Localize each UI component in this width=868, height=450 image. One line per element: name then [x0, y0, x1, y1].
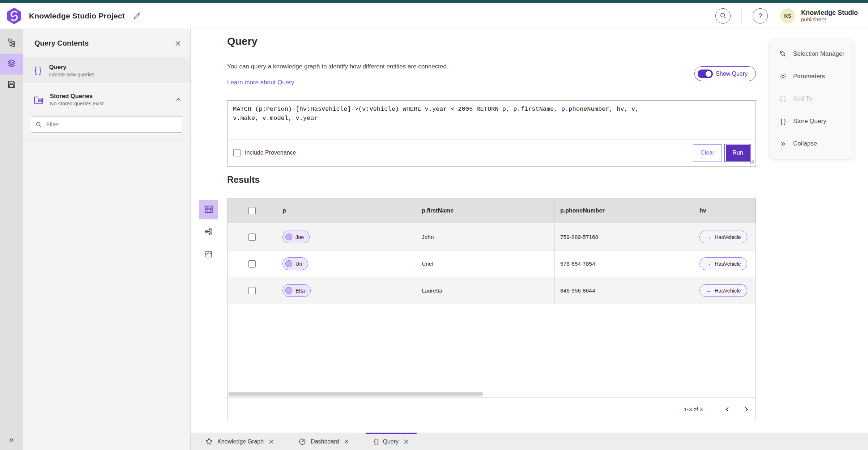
tab-query-active[interactable]: { } Query	[366, 433, 417, 450]
stored-queries-text: Stored Queries No stored queries exist	[50, 93, 175, 106]
braces-icon: { }	[34, 66, 41, 75]
relationship-chip[interactable]: → HasVehicle	[699, 284, 747, 297]
braces-icon: { }	[780, 117, 786, 125]
panel-item-query[interactable]: { } Query Create new queries	[23, 58, 190, 84]
rail-expand-button[interactable]: »	[0, 433, 23, 447]
tab-dashboard[interactable]: Dashboard	[290, 433, 357, 450]
query-description: You can query a knowledge graph to ident…	[227, 63, 448, 70]
next-page-button[interactable]	[737, 398, 756, 421]
toggle-switch-icon	[698, 70, 713, 78]
rail-item-hierarchy[interactable]	[0, 33, 23, 54]
row-checkbox[interactable]	[248, 287, 256, 294]
tab-label: Query	[383, 438, 399, 445]
filter-input[interactable]	[31, 117, 182, 133]
avatar[interactable]: KS	[780, 8, 795, 24]
layers-icon	[7, 59, 16, 70]
network-icon	[204, 227, 213, 237]
entity-chip[interactable]: Etta	[282, 284, 311, 297]
app-window: Knowledge Studio Project ? KS Knowledge …	[0, 0, 868, 450]
entity-chip[interactable]: Uri	[282, 257, 308, 270]
left-rail: »	[0, 29, 23, 450]
entity-chip[interactable]: Joe	[282, 231, 310, 243]
include-provenance-checkbox[interactable]	[233, 149, 241, 156]
tab-knowledge-graph[interactable]: Knowledge Graph	[197, 433, 282, 450]
store-query-item[interactable]: { } Store Query	[770, 110, 854, 133]
results-heading: Results	[227, 174, 260, 185]
close-icon[interactable]	[175, 41, 181, 46]
edit-title-icon[interactable]	[133, 12, 141, 20]
entity-chip-label: Joe	[295, 234, 304, 240]
previous-page-button[interactable]	[718, 398, 737, 421]
dashboard-icon	[298, 438, 306, 446]
app-logo-icon	[6, 7, 22, 25]
map-view-button[interactable]	[199, 245, 218, 264]
table-view-button[interactable]	[199, 200, 218, 219]
hierarchy-icon	[7, 38, 16, 48]
double-chevron-icon: »	[781, 140, 785, 148]
graph-view-button[interactable]	[199, 223, 218, 242]
table-row: Etta Lauretta 846-956-8644 → HasVehicle	[227, 277, 756, 304]
tab-close-icon[interactable]	[344, 439, 349, 444]
header-checkbox-cell	[227, 198, 277, 223]
show-query-toggle[interactable]: Show Query	[694, 66, 756, 81]
table-row: Joe John 759-889-57168 → HasVehicle	[227, 224, 756, 251]
search-button[interactable]	[715, 8, 731, 24]
include-provenance-label: Include Provenance	[245, 150, 296, 156]
arrow-right-icon: →	[706, 261, 711, 267]
phone-number-value: 846-956-8644	[560, 287, 595, 294]
filter-field-wrap	[31, 117, 182, 133]
rail-item-save[interactable]	[0, 75, 23, 96]
first-name-value: Lauretta	[422, 287, 442, 294]
stored-queries-header[interactable]: Stored Queries No stored queries exist	[23, 84, 190, 115]
select-all-checkbox[interactable]	[248, 207, 256, 214]
rail-item-layers-active[interactable]	[0, 54, 23, 75]
relationship-chip[interactable]: → HasVehicle	[699, 231, 747, 243]
phone-number-value: 578-654-7854	[560, 261, 595, 267]
pagination-label: 1-3 of 3	[684, 406, 703, 413]
main-content: Query You can query a knowledge graph to…	[191, 29, 868, 433]
panel-header: Query Contents	[23, 29, 190, 58]
entity-chip-label: Uri	[295, 261, 302, 267]
search-icon	[715, 8, 731, 24]
bottom-tab-bar: Knowledge Graph Dashboard { } Query	[191, 433, 868, 450]
question-icon: ?	[758, 12, 762, 20]
horizontal-scrollbar-thumb[interactable]	[228, 392, 483, 396]
chevron-up-icon[interactable]	[175, 97, 182, 103]
entity-node-icon	[285, 287, 292, 294]
column-header-hv: hv	[694, 198, 756, 223]
parameters-item[interactable]: Parameters	[770, 65, 854, 88]
user-name: Knowledge Studio	[801, 9, 858, 17]
column-header-phonenumber: p.phoneNumber	[555, 198, 694, 223]
store-query-label: Store Query	[793, 118, 826, 125]
knowledge-graph-icon	[205, 438, 213, 446]
tab-close-icon[interactable]	[269, 439, 274, 444]
query-heading: Query	[227, 35, 258, 47]
resize-handle-icon[interactable]	[750, 159, 755, 165]
relationship-chip[interactable]: → HasVehicle	[699, 257, 747, 270]
top-accent-bar	[0, 0, 868, 3]
entity-node-icon	[285, 234, 292, 240]
help-button[interactable]: ?	[753, 8, 768, 24]
tab-label: Knowledge Graph	[217, 438, 264, 445]
row-checkbox[interactable]	[248, 260, 256, 268]
clear-button[interactable]: Clear	[693, 144, 722, 161]
arrow-right-icon: →	[706, 234, 711, 240]
table-row: Uri Uriel 578-654-7854 → HasVehicle	[227, 251, 756, 277]
query-editor[interactable]: MATCH (p:Person)-[hv:HasVehicle]->(v:Veh…	[227, 101, 756, 139]
phone-number-value: 759-889-57168	[560, 234, 598, 240]
selection-manager-icon	[778, 50, 788, 58]
column-header-p: p	[277, 198, 416, 223]
run-button[interactable]: Run	[725, 144, 750, 161]
learn-more-link[interactable]: Learn more about Query	[227, 79, 294, 86]
selection-manager-item[interactable]: Selection Manager	[770, 43, 854, 65]
column-header-firstname: p.firstName	[416, 198, 555, 223]
row-checkbox[interactable]	[248, 234, 256, 241]
collapse-item[interactable]: » Collapse	[770, 133, 854, 155]
save-icon	[7, 80, 16, 90]
tab-close-icon[interactable]	[404, 439, 409, 444]
query-contents-panel: Query Contents { } Query Create new quer…	[23, 29, 191, 450]
user-role: publisher2	[801, 16, 858, 22]
table-icon	[204, 205, 213, 215]
add-to-label: Add To	[793, 95, 812, 102]
catalog-folder-icon	[34, 95, 43, 104]
